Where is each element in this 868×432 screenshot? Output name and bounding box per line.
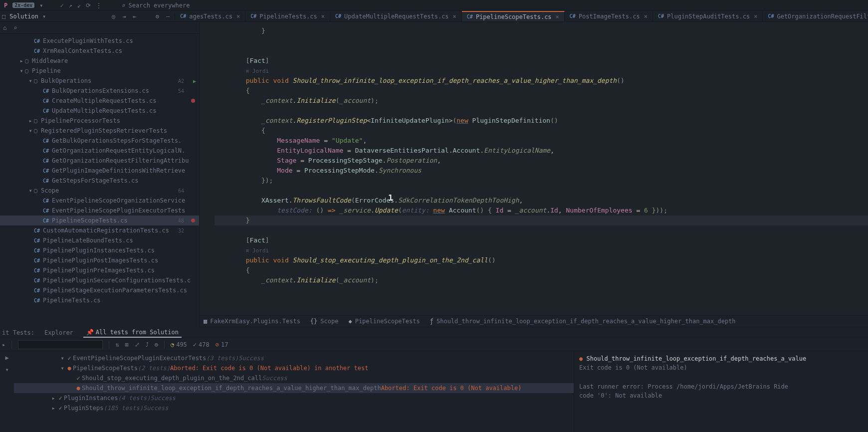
tree-file[interactable]: C#GetBulkOperationsStepsForStageTests. (0, 136, 199, 146)
chevron-icon[interactable]: ▸ (50, 395, 57, 402)
code-line[interactable]: public void Should_throw_infinite_loop_e… (215, 76, 868, 86)
tree-folder[interactable]: ▸▢PipelineProcessorTests (0, 116, 199, 126)
tree-file[interactable]: C#EventPipelineScopePluginExecutorTests (0, 206, 199, 216)
breadcrumb-item[interactable]: ƒShould_throw_infinite_loop_exception_if… (430, 318, 736, 325)
vcs-history-icon[interactable]: ⟳ (86, 2, 91, 9)
chevron-icon[interactable]: ▾ (18, 67, 25, 74)
code-line[interactable]: } (215, 26, 868, 36)
code-editor[interactable]: 1 } [Fact] ≡ Jordi public void Should_th… (200, 22, 868, 315)
code-line[interactable]: { (215, 126, 868, 136)
editor-tab[interactable]: C#PipelineTests.cs× (245, 11, 330, 21)
code-line[interactable]: _context.RegisterPluginStep<InfiniteUpda… (215, 116, 868, 126)
tree-file[interactable]: C#GetPluginImageDefinitionsWithRetrieve (0, 166, 199, 176)
close-icon[interactable]: × (644, 13, 648, 20)
close-icon[interactable]: × (236, 13, 240, 20)
vcs-push-icon[interactable]: ↗ (69, 2, 72, 9)
tree-file[interactable]: C#PipelineLateBoundTests.cs (0, 235, 199, 245)
code-line[interactable]: MessageName = "Update", (215, 136, 868, 146)
run-icon[interactable]: ▶ (5, 354, 8, 361)
vcs-update-icon[interactable]: ↙ (77, 2, 81, 9)
code-line[interactable] (215, 225, 868, 235)
chevron-down-icon[interactable]: ▸ (2, 341, 5, 348)
chevron-icon[interactable]: ▸ (27, 117, 34, 124)
breakpoint-icon[interactable] (191, 99, 195, 103)
editor-tab[interactable]: C#PipelineScopeTests.cs× (462, 11, 565, 21)
tree-file[interactable]: C#GetStepsForStageTests.cs (0, 176, 199, 186)
close-icon[interactable]: × (754, 13, 757, 20)
collapse-icon[interactable]: ⇤ (133, 13, 136, 20)
breadcrumb-item[interactable]: ◆PipelineScopeTests (348, 318, 420, 325)
code-line[interactable]: [Fact] (215, 56, 868, 66)
tree-file[interactable]: C#ExecutePluginWithTests.cs (0, 36, 199, 46)
chevron-icon[interactable]: ▸ (18, 57, 25, 64)
vcs-commit-icon[interactable]: ✓ (60, 2, 64, 9)
code-line[interactable] (215, 106, 868, 116)
tree-file[interactable]: C#BulkOperationsExtensions.cs54 (0, 86, 199, 96)
tests-total[interactable]: ◔495 (171, 341, 187, 348)
close-icon[interactable]: × (556, 13, 559, 20)
code-line[interactable] (215, 46, 868, 56)
home-icon[interactable]: ⌂ (3, 24, 6, 31)
code-line[interactable]: [Fact] (215, 235, 868, 245)
tree-file[interactable]: C#PipelinePluginPreImagesTests.cs (0, 265, 199, 275)
code-line[interactable]: { (215, 86, 868, 96)
code-line[interactable]: testCode: () => _service.Update(entity: … (215, 206, 868, 216)
tree-file[interactable]: C#CustomAutomaticRegistrationTests.cs32 (0, 225, 199, 235)
gear-icon[interactable]: ⚙ (156, 13, 159, 20)
chevron-down-icon[interactable]: ▾ (42, 13, 46, 20)
chevron-icon[interactable]: ▸ (50, 405, 57, 412)
breadcrumb-item[interactable]: ▦FakeXrmEasy.Plugins.Tests (204, 318, 300, 325)
tree-file[interactable]: C#PipelinePluginPostImagesTests.cs (0, 255, 199, 265)
close-icon[interactable]: × (453, 13, 456, 20)
gear-icon[interactable]: ⚙ (155, 341, 158, 348)
tree-file[interactable]: C#GetOrganizationRequestEntityLogicalN. (0, 146, 199, 156)
breakpoint-icon[interactable] (191, 218, 195, 222)
code-line[interactable] (215, 36, 868, 46)
tree-file[interactable]: C#PipelineStageExecutionParametersTests.… (0, 285, 199, 295)
tree-file[interactable]: C#PipelineScopeTests.cs48 (0, 216, 199, 225)
tree-folder[interactable]: ▾▢Pipeline (0, 66, 199, 76)
chevron-icon[interactable]: ▾ (59, 355, 66, 362)
test-row[interactable]: ▸✓ PluginInstances (4 tests) Success (14, 393, 574, 403)
tree-file[interactable]: C#UpdateMultipleRequestTests.cs (0, 106, 199, 116)
editor-tab[interactable]: C#UpdateMultipleRequestTests.cs× (330, 11, 462, 21)
sort-icon[interactable]: ⇅ (115, 341, 119, 348)
test-row[interactable]: ▾● PipelineScopeTests (2 tests) Aborted:… (14, 363, 574, 373)
editor-tab[interactable]: C#PluginStepAuditTests.cs× (653, 11, 763, 21)
tree-file[interactable]: C#PipelinePluginSecureConfigurationsTest… (0, 275, 199, 285)
tree-file[interactable]: C#GetOrganizationRequestFilteringAttribu (0, 156, 199, 166)
editor-tab[interactable]: C#GetOrganizationRequestFilter× (763, 11, 868, 21)
tree-file[interactable]: C#PipelinePluginInstancesTests.cs (0, 245, 199, 255)
tree-folder[interactable]: ▸▢Middleware (0, 56, 199, 66)
group-icon[interactable]: ⊞ (125, 341, 128, 348)
tree-file[interactable]: C#CreateMultipleRequestTests.cs (0, 96, 199, 106)
solution-tree[interactable]: C#ExecutePluginWithTests.csC#XrmRealCont… (0, 34, 199, 327)
expand-all-icon[interactable]: ⤢ (135, 341, 140, 348)
chevron-icon[interactable]: ▾ (27, 187, 34, 194)
code-line[interactable] (215, 186, 868, 196)
editor-tab[interactable]: C#PostImageTests.cs× (565, 11, 653, 21)
code-line[interactable]: _context.Initialize(_account); (215, 96, 868, 106)
chevron-icon[interactable]: ▾ (59, 365, 66, 372)
tests-tree[interactable]: ▾✓ EventPipelineScopePluginExecutorTests… (14, 351, 574, 432)
tree-folder[interactable]: ▾▢BulkOperationsA2▶ (0, 76, 199, 86)
solution-header[interactable]: ⬚ Solution ▾ (0, 13, 110, 20)
breadcrumb[interactable]: ▦FakeXrmEasy.Plugins.Tests{}Scope◆Pipeli… (200, 315, 868, 327)
search-icon[interactable]: ⌕ (13, 24, 17, 31)
test-row[interactable]: ● Should_throw_infinite_loop_exception_i… (14, 383, 574, 393)
code-line[interactable]: { (215, 265, 868, 275)
chevron-down-icon[interactable]: ▾ (5, 366, 8, 373)
close-icon[interactable]: × (321, 13, 325, 20)
tree-file[interactable]: C#XrmRealContextTests.cs (0, 46, 199, 56)
tree-file[interactable]: C#PipelineTests.cs (0, 295, 199, 305)
code-line[interactable]: ≡ Jordi (215, 66, 868, 76)
tree-file[interactable]: C#EventPipelineScopeOrganizationService (0, 196, 199, 206)
chevron-icon[interactable]: ▾ (27, 127, 34, 134)
code-line[interactable]: EntityLogicalName = DataverseEntitiesPar… (215, 146, 868, 156)
tests-failed[interactable]: ⊘17 (216, 341, 228, 348)
minimize-icon[interactable]: — (166, 13, 170, 20)
more-icon[interactable]: ⋮ (96, 2, 102, 9)
export-icon[interactable]: ⤴ (146, 341, 149, 348)
tests-filter-input[interactable] (18, 340, 103, 349)
test-row[interactable]: ▸✓ PluginSteps (185 tests) Success (14, 403, 574, 413)
